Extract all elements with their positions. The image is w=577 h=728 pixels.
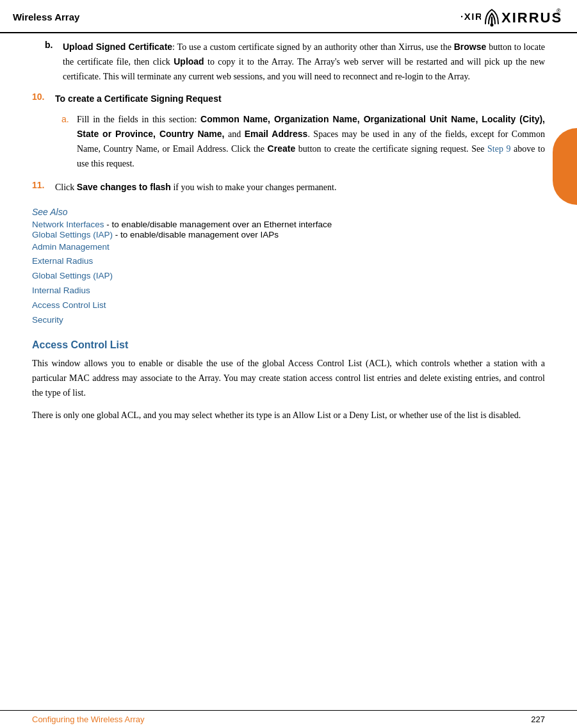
sub-a-create: Create xyxy=(268,143,296,154)
see-also-title: See Also xyxy=(32,207,545,217)
acl-title: Access Control List xyxy=(32,339,545,351)
acl-section: Access Control List This window allows y… xyxy=(32,339,545,423)
num-label-10: 10. xyxy=(32,92,55,171)
browse-term: Browse xyxy=(454,42,487,52)
network-interfaces-suffix: - to enable/disable management over an E… xyxy=(104,220,332,229)
page-title: Wireless Array xyxy=(13,12,79,22)
list-content-b: Upload Signed Certificate: To use a cust… xyxy=(63,40,545,84)
network-interfaces-link[interactable]: Network Interfaces xyxy=(32,220,104,229)
item-10-heading: To create a Certificate Signing Request xyxy=(55,93,222,104)
xirrus-logo-svg: XIRRUS ® xyxy=(481,5,564,28)
svg-text:XIRRUS: XIRRUS xyxy=(501,10,562,26)
upload-term: Upload xyxy=(174,56,204,67)
access-control-list-link[interactable]: Access Control List xyxy=(32,298,545,313)
sub-content-a: Fill in the fields in this section: Comm… xyxy=(77,112,545,172)
page-footer: Configuring the Wireless Array 227 xyxy=(0,710,577,728)
sub-item-a: a. Fill in the fields in this section: C… xyxy=(55,112,545,172)
item-11-text1: Click xyxy=(55,182,77,192)
logo: ·XIRRUS XIRRUS ® xyxy=(460,5,564,28)
see-also-links: Network Interfaces - to enable/disable m… xyxy=(32,220,545,328)
item-11-text2: if you wish to make your changes permane… xyxy=(171,182,337,192)
save-changes-term: Save changes to flash xyxy=(77,182,171,192)
acl-paragraph1: This window allows you to enable or disa… xyxy=(32,356,545,400)
item-b-text1: To use a custom certificate signed by an… xyxy=(175,42,454,52)
list-item-b: b. Upload Signed Certificate: To use a c… xyxy=(32,40,545,84)
numbered-item-11: 11. Click Save changes to flash if you w… xyxy=(32,180,545,195)
sub-a-text4: button to create the certificate signing… xyxy=(295,144,487,154)
see-also-section: See Also Network Interfaces - to enable/… xyxy=(32,207,545,328)
svg-text:·XIRRUS: ·XIRRUS xyxy=(460,11,481,22)
external-radius-link[interactable]: External Radius xyxy=(32,254,545,269)
main-content: b. Upload Signed Certificate: To use a c… xyxy=(0,33,577,437)
see-also-link-1[interactable]: Global Settings (IAP) - to enable/disabl… xyxy=(32,230,279,239)
sub-a-email: Email Address xyxy=(245,129,308,139)
global-settings-iap-suffix: - to enable/disable management over IAPs xyxy=(113,230,279,239)
upload-cert-term: Upload Signed Certificate xyxy=(63,42,172,52)
numbered-item-10: 10. To create a Certificate Signing Requ… xyxy=(32,92,545,171)
footer-page-number: 227 xyxy=(531,715,545,724)
sub-a-text2: and xyxy=(224,129,244,139)
step9-link[interactable]: Step 9 xyxy=(487,144,510,154)
global-settings-iap-link-1[interactable]: Global Settings (IAP) xyxy=(32,230,113,239)
item-11-content: Click Save changes to flash if you wish … xyxy=(55,180,545,195)
list-label-b: b. xyxy=(45,40,63,84)
svg-text:®: ® xyxy=(557,8,561,14)
security-link[interactable]: Security xyxy=(32,313,545,328)
xirrus-logo-icon: ·XIRRUS xyxy=(460,6,481,27)
sub-a-text1: Fill in the fields in this section: xyxy=(77,115,200,124)
see-also-link-0[interactable]: Network Interfaces - to enable/disable m… xyxy=(32,220,332,229)
global-settings-iap-link-2[interactable]: Global Settings (IAP) xyxy=(32,269,545,284)
item-10-content: To create a Certificate Signing Request … xyxy=(55,92,545,171)
page-header: Wireless Array ·XIRRUS XIRRUS ® xyxy=(0,0,577,33)
admin-management-link[interactable]: Admin Management xyxy=(32,240,545,255)
internal-radius-link[interactable]: Internal Radius xyxy=(32,284,545,298)
sub-label-a: a. xyxy=(61,112,77,172)
num-label-11: 11. xyxy=(32,180,55,195)
acl-paragraph2: There is only one global ACL, and you ma… xyxy=(32,408,545,423)
footer-left: Configuring the Wireless Array xyxy=(32,715,145,724)
svg-point-1 xyxy=(491,24,494,27)
